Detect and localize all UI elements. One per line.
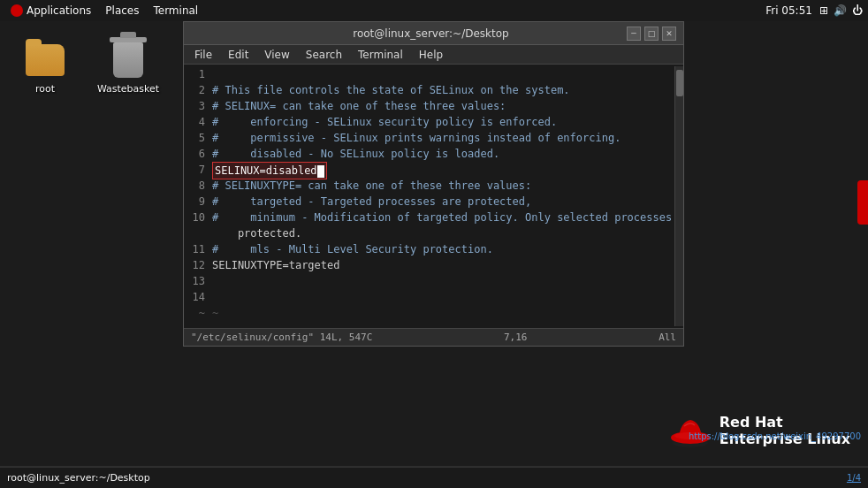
taskbar: root@linux_server:~/Desktop 1/4 <box>0 467 868 488</box>
applications-menu[interactable]: Applications <box>5 3 96 19</box>
red-side-tab[interactable] <box>857 180 868 225</box>
code-line-4: # enforcing - SELinux security policy is… <box>212 114 674 130</box>
code-line-3: # SELINUX= can take one of these three v… <box>212 98 674 114</box>
applications-label: Applications <box>27 4 91 17</box>
minimize-button[interactable]: ─ <box>627 27 641 41</box>
code-line-13 <box>212 273 674 289</box>
redhat-text: Red Hat Enterprise Linux <box>720 414 850 447</box>
sys-tray: ⊞ 🔊 ⏻ <box>819 4 863 17</box>
code-line-cont: protected. <box>212 225 674 241</box>
code-line-14 <box>212 289 674 305</box>
terminal-titlebar: root@linux_server:~/Desktop ─ □ ✕ <box>184 22 683 45</box>
csdn-link[interactable]: https://blog.csdn.net/weixin_49297700 <box>689 431 861 441</box>
tilde-1: ~ <box>212 305 674 321</box>
app-icon <box>11 4 23 17</box>
scrollbar[interactable] <box>674 66 683 326</box>
code-line-2: # This file controls the state of SELinu… <box>212 82 674 98</box>
code-content[interactable]: # This file controls the state of SELinu… <box>209 66 674 326</box>
code-line-7: SELINUX=disabled <box>212 162 674 178</box>
network-icon: ⊞ <box>819 4 828 17</box>
menu-search[interactable]: Search <box>299 47 349 63</box>
code-line-11: # mls - Multi Level Security protection. <box>212 241 674 257</box>
trash-icon <box>107 39 149 81</box>
root-icon-label: root <box>35 83 55 95</box>
status-position: 7,16 <box>504 332 528 343</box>
terminal-title: root@linux_server:~/Desktop <box>235 27 627 40</box>
code-line-6: # disabled - No SELinux policy is loaded… <box>212 146 674 162</box>
folder-icon <box>24 39 66 81</box>
top-bar-left: Applications Places Terminal <box>5 3 203 19</box>
redhat-logo: Red Hat Enterprise Linux <box>668 413 850 448</box>
terminal-menu[interactable]: Terminal <box>148 3 203 19</box>
places-menu[interactable]: Places <box>100 3 144 19</box>
code-line-8: # SELINUXTYPE= can take one of these thr… <box>212 178 674 194</box>
power-icon: ⏻ <box>852 4 863 17</box>
terminal-label: Terminal <box>153 4 198 17</box>
window-controls: ─ □ ✕ <box>627 27 676 41</box>
desktop: root Wastebasket root@linux_server:~/Des… <box>0 21 868 466</box>
terminal-status-bar: "/etc/selinux/config" 14L, 547C 7,16 All <box>184 328 683 346</box>
redhat-line1: Red Hat <box>720 414 850 431</box>
code-line-9: # targeted - Targeted processes are prot… <box>212 194 674 210</box>
menu-terminal[interactable]: Terminal <box>351 47 410 63</box>
csdn-url: https://blog.csdn.net/weixin_49297700 <box>689 431 861 441</box>
desktop-icon-root[interactable]: root <box>14 39 76 95</box>
taskbar-active-window[interactable]: root@linux_server:~/Desktop <box>7 472 150 484</box>
terminal-window: root@linux_server:~/Desktop ─ □ ✕ File E… <box>183 21 684 347</box>
places-label: Places <box>105 4 139 17</box>
menu-edit[interactable]: Edit <box>221 47 255 63</box>
desktop-icon-wastebasket[interactable]: Wastebasket <box>97 39 159 95</box>
top-menu-bar: Applications Places Terminal Fri 05:51 ⊞… <box>0 0 868 21</box>
volume-icon: 🔊 <box>834 4 847 17</box>
maximize-button[interactable]: □ <box>644 27 659 41</box>
code-line-12: SELINUXTYPE=targeted <box>212 257 674 273</box>
line-numbers: 1 2 3 4 5 6 7 8 9 10 11 12 13 14 ~ ~ ~ ~… <box>184 66 209 326</box>
code-line-5: # permissive - SELinux prints warnings i… <box>212 130 674 146</box>
top-bar-right: Fri 05:51 ⊞ 🔊 ⏻ <box>765 4 863 17</box>
clock: Fri 05:51 <box>765 4 812 17</box>
menu-view[interactable]: View <box>257 47 296 63</box>
redhat-hat-icon <box>668 413 712 448</box>
taskbar-pagination: 1/4 <box>847 473 861 483</box>
status-scroll: All <box>659 332 676 343</box>
tilde-2: ~ <box>212 321 674 326</box>
code-line-1 <box>212 66 674 82</box>
menu-file[interactable]: File <box>187 47 219 63</box>
scroll-thumb[interactable] <box>676 70 683 96</box>
wastebasket-icon-label: Wastebasket <box>97 83 159 95</box>
menu-help[interactable]: Help <box>412 47 450 63</box>
code-line-10: # minimum - Modification of targeted pol… <box>212 210 674 225</box>
status-file-info: "/etc/selinux/config" 14L, 547C <box>191 332 372 343</box>
terminal-content-area[interactable]: 1 2 3 4 5 6 7 8 9 10 11 12 13 14 ~ ~ ~ ~… <box>184 65 683 328</box>
terminal-menu-bar: File Edit View Search Terminal Help <box>184 45 683 65</box>
close-button[interactable]: ✕ <box>662 27 676 41</box>
